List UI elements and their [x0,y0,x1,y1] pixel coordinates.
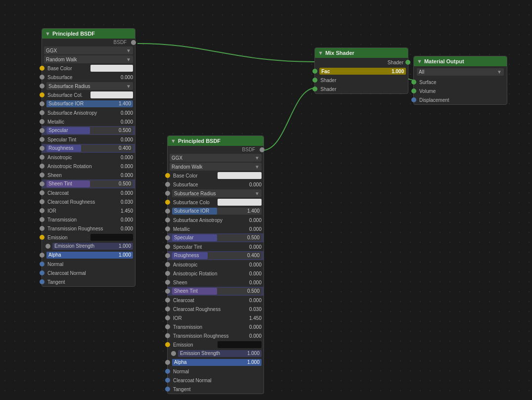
socket-aniso-rot-2[interactable] [165,271,170,276]
socket-subsurface-1[interactable] [40,75,44,80]
socket-subsurface-aniso-2[interactable] [165,218,170,222]
collapse-arrow-mix[interactable]: ▼ [318,50,323,56]
socket-clearcoat-normal-2[interactable] [165,378,170,383]
node-title-2: Principled BSDF [178,138,221,144]
subsurface-method-dropdown-1[interactable]: Random Walk ▼ [44,55,133,63]
subsurface-ior-bar-2[interactable]: Subsurface IOR 1.400 [172,208,262,215]
specular-bar-1[interactable]: Specular 0.500 [46,127,133,134]
socket-clearcoat-normal-1[interactable] [40,270,44,275]
socket-transmission-2[interactable] [165,324,170,329]
socket-normal-2[interactable] [165,369,170,374]
socket-aniso-1[interactable] [40,155,44,160]
field-row-specular-2: Specular 0.500 [168,233,264,242]
socket-sheen-1[interactable] [40,173,44,178]
socket-metallic-2[interactable] [165,226,170,231]
socket-alpha-1[interactable] [40,253,44,258]
distribution-dropdown-2[interactable]: GGX ▼ [170,154,262,162]
socket-sheen-tint-1[interactable] [40,181,44,186]
socket-tangent-1[interactable] [40,279,44,284]
alpha-bar-2[interactable]: Alpha 1.000 [172,359,262,366]
socket-emission-strength-2[interactable] [171,351,176,356]
socket-clearcoat-2[interactable] [165,298,170,303]
socket-aniso-2[interactable] [165,262,170,267]
field-row-subsurface-aniso-2: Subsurface Anisotropy 0.000 [168,216,264,224]
mix-fac-bar[interactable]: Fac 1.000 [319,68,406,75]
socket-subsurface-aniso-1[interactable] [40,110,44,115]
socket-base-color-2[interactable] [165,173,170,178]
socket-clearcoat-rough-1[interactable] [40,199,44,204]
socket-subsurface-ior-2[interactable] [165,209,170,214]
socket-subsurface-ior-1[interactable] [40,101,44,106]
collapse-arrow-output[interactable]: ▼ [417,58,422,64]
socket-output-displacement[interactable] [411,97,416,102]
mix-shader-header[interactable]: ▼ Mix Shader [315,48,408,58]
collapse-arrow-1[interactable]: ▼ [45,31,50,37]
emission-strength-bar-1[interactable]: Emission Strength 1.000 [52,243,133,250]
roughness-bar-2[interactable]: Roughness 0.400 [172,252,262,259]
socket-trans-rough-2[interactable] [165,333,170,338]
socket-clearcoat-rough-2[interactable] [165,307,170,311]
socket-specular-2[interactable] [165,235,170,240]
mix-shader-output-socket[interactable] [405,60,410,65]
subsurface-radius-dropdown-1[interactable]: Subsurface Radius ▼ [46,82,133,90]
socket-emission-2[interactable] [165,342,170,347]
socket-output-surface[interactable] [411,80,416,85]
subsurface-method-dropdown-2[interactable]: Random Walk ▼ [170,163,262,171]
subsurface-ior-bar-1[interactable]: Subsurface IOR 1.400 [46,100,133,107]
socket-specular-1[interactable] [40,128,44,133]
field-row-sheen-1: Sheen 0.000 [42,171,135,179]
socket-trans-rough-1[interactable] [40,226,44,231]
alpha-bar-1[interactable]: Alpha 1.000 [46,252,133,259]
socket-roughness-2[interactable] [165,253,170,258]
output-target-dropdown[interactable]: All ▼ [417,68,504,76]
sheen-tint-bar-1[interactable]: Sheen Tint 0.500 [46,180,133,187]
subsurface-col-swatch-2[interactable] [218,199,262,206]
subsurface-radius-dropdown-2[interactable]: Subsurface Radius ▼ [172,189,262,197]
field-row-subsurface-aniso-1: Subsurface Anisotropy 0.000 [42,108,135,117]
socket-subsurface-radius-2[interactable] [165,191,170,196]
bsdf-output-socket-2[interactable] [260,147,265,152]
socket-base-color-1[interactable] [40,66,44,71]
socket-tangent-2[interactable] [165,387,170,392]
distribution-dropdown-1[interactable]: GGX ▼ [44,46,133,54]
socket-output-volume[interactable] [411,89,416,93]
sheen-tint-bar-2[interactable]: Sheen Tint 0.500 [172,288,262,295]
subsurface-col-swatch-1[interactable] [90,91,133,98]
socket-specular-tint-1[interactable] [40,137,44,142]
field-row-tangent-2: Tangent [168,385,264,394]
bsdf-output-socket-1[interactable] [131,40,136,45]
principled-bsdf-node-2: ▼ Principled BSDF BSDF GGX ▼ Random Walk… [167,135,264,394]
socket-sheen-tint-2[interactable] [165,289,170,294]
socket-subsurface-col-1[interactable] [40,92,44,97]
socket-mix-shader1[interactable] [312,78,317,83]
emission-swatch-1[interactable] [90,234,133,241]
base-color-swatch-2[interactable] [218,172,262,179]
emission-swatch-2[interactable] [218,341,262,348]
socket-subsurface-col-2[interactable] [165,200,170,205]
socket-mix-shader2[interactable] [312,87,317,91]
socket-metallic-1[interactable] [40,119,44,124]
roughness-bar-1[interactable]: Roughness 0.400 [46,145,133,152]
emission-strength-bar-2[interactable]: Emission Strength 1.000 [178,350,262,357]
specular-bar-2[interactable]: Specular 0.500 [172,234,262,241]
socket-emission-1[interactable] [40,235,44,240]
node-header-2[interactable]: ▼ Principled BSDF [168,136,264,146]
socket-specular-tint-2[interactable] [165,244,170,249]
socket-alpha-2[interactable] [165,360,170,365]
material-output-header[interactable]: ▼ Material Output [414,56,507,66]
socket-mix-fac[interactable] [312,69,317,74]
socket-transmission-1[interactable] [40,217,44,222]
collapse-arrow-2[interactable]: ▼ [171,138,176,144]
socket-normal-1[interactable] [40,262,44,267]
socket-clearcoat-1[interactable] [40,190,44,195]
socket-roughness-1[interactable] [40,146,44,151]
socket-ior-1[interactable] [40,208,44,213]
base-color-swatch-1[interactable] [90,65,133,72]
socket-subsurface-radius-1[interactable] [40,84,44,89]
socket-sheen-2[interactable] [165,280,170,285]
socket-subsurface-2[interactable] [165,182,170,187]
socket-ior-2[interactable] [165,315,170,320]
socket-emission-strength-1[interactable] [45,244,50,249]
node-header-1[interactable]: ▼ Principled BSDF [42,29,135,39]
socket-aniso-rot-1[interactable] [40,164,44,169]
